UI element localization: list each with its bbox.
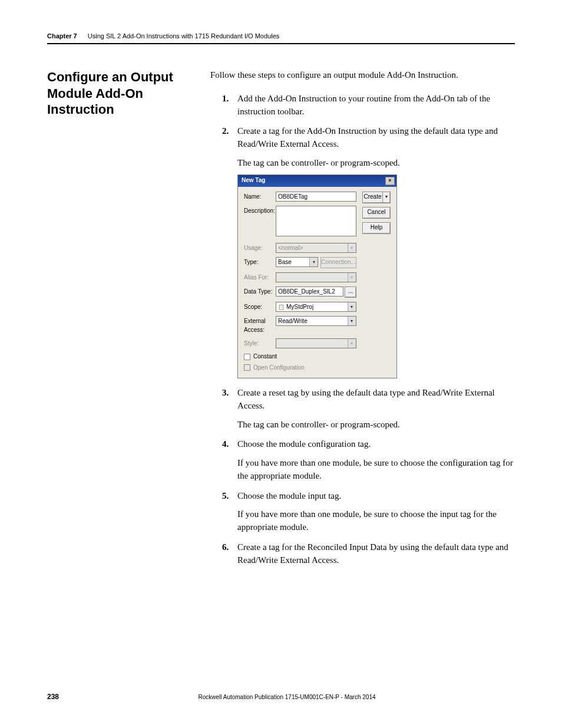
- dialog-title: New Tag: [242, 176, 265, 185]
- open-config-checkbox-row: Open Configuration: [244, 364, 356, 373]
- step-text: Choose the module configuration tag.: [237, 439, 371, 449]
- alias-for-label: Alias For:: [244, 272, 276, 282]
- connection-button: Connection...: [320, 257, 356, 268]
- chapter-label: Chapter 7: [47, 32, 77, 39]
- step-note: If you have more than one module, be sur…: [237, 508, 515, 534]
- constant-label: Constant: [253, 353, 277, 361]
- step-note: The tag can be controller- or program-sc…: [237, 419, 515, 431]
- step-note: If you have more than one module, be sur…: [237, 457, 515, 483]
- chevron-down-icon: ▾: [348, 243, 356, 252]
- alias-for-select: [276, 272, 356, 282]
- page-number: 238: [47, 693, 59, 701]
- page-footer: 238 Rockwell Automation Publication 1715…: [47, 693, 515, 701]
- step-text: Create a reset tag by using the default …: [237, 388, 495, 410]
- step-text: Create a tag for the Add-On Instruction …: [237, 126, 498, 149]
- step-note: The tag can be controller- or program-sc…: [237, 157, 515, 170]
- chevron-down-icon[interactable]: ▾: [382, 192, 390, 203]
- checkbox-icon: [244, 364, 250, 371]
- help-button[interactable]: Help: [362, 222, 391, 234]
- step-text: Choose the module input tag.: [237, 491, 341, 500]
- scope-label: Scope:: [244, 302, 276, 312]
- create-button[interactable]: Create ▾: [362, 192, 391, 203]
- close-icon[interactable]: ×: [385, 177, 395, 185]
- steps-list: Add the Add-On Instruction to your routi…: [210, 93, 515, 567]
- step-2: Create a tag for the Add-On Instruction …: [224, 125, 515, 378]
- browse-button[interactable]: ...: [345, 286, 356, 298]
- section-heading: Configure an Output Module Add-On Instru…: [47, 69, 203, 118]
- scope-select[interactable]: MyStdProj: [276, 302, 356, 312]
- intro-text: Follow these steps to configure an outpu…: [210, 69, 515, 82]
- chevron-down-icon: ▾: [348, 273, 356, 282]
- step-text: Create a tag for the Reconciled Input Da…: [237, 542, 508, 565]
- step-4: Choose the module configuration tag. If …: [224, 438, 515, 482]
- step-6: Create a tag for the Reconciled Input Da…: [224, 541, 515, 567]
- type-label: Type:: [244, 257, 276, 267]
- dialog-titlebar: New Tag ×: [238, 175, 396, 187]
- step-3: Create a reset tag by using the default …: [224, 387, 515, 431]
- description-label: Description:: [244, 206, 276, 216]
- external-access-select[interactable]: [276, 316, 356, 326]
- style-label: Style:: [244, 338, 276, 348]
- name-label: Name:: [244, 192, 276, 202]
- external-access-label: External Access:: [244, 316, 276, 334]
- style-select: [276, 338, 356, 348]
- new-tag-dialog: New Tag × Name:: [237, 174, 397, 379]
- step-text: Add the Add-On Instruction to your routi…: [237, 94, 490, 116]
- chapter-title: Using SIL 2 Add-On Instructions with 171…: [88, 32, 280, 39]
- chevron-down-icon[interactable]: ▾: [309, 258, 318, 266]
- chevron-down-icon: ▾: [348, 339, 356, 348]
- publication-id: Rockwell Automation Publication 1715-UM0…: [198, 694, 375, 700]
- checkbox-icon[interactable]: [244, 354, 250, 360]
- cancel-button[interactable]: Cancel: [362, 207, 391, 219]
- usage-select: [276, 243, 356, 253]
- usage-label: Usage:: [244, 243, 276, 253]
- data-type-label: Data Type:: [244, 286, 276, 297]
- description-input[interactable]: [276, 206, 356, 236]
- data-type-input[interactable]: [276, 286, 343, 297]
- name-input[interactable]: [276, 192, 356, 202]
- open-config-label: Open Configuration: [253, 364, 305, 373]
- chevron-down-icon[interactable]: ▾: [348, 302, 356, 311]
- constant-checkbox-row[interactable]: Constant: [244, 353, 356, 361]
- chevron-down-icon[interactable]: ▾: [348, 317, 356, 325]
- page-header: Chapter 7 Using SIL 2 Add-On Instruction…: [47, 32, 515, 44]
- step-1: Add the Add-On Instruction to your routi…: [224, 93, 515, 118]
- step-5: Choose the module input tag. If you have…: [224, 490, 515, 534]
